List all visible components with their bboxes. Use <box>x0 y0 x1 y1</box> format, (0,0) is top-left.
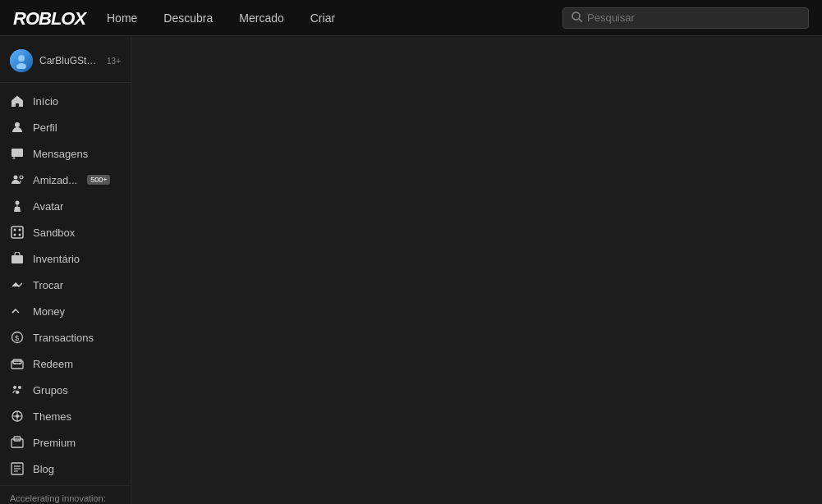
svg-text:$: $ <box>15 334 19 342</box>
svg-point-15 <box>19 234 21 236</box>
svg-line-2 <box>579 19 582 22</box>
svg-text:ROBLOX: ROBLOX <box>13 8 87 29</box>
search-input[interactable] <box>587 11 800 24</box>
svg-point-4 <box>16 63 26 69</box>
sidebar-item-money[interactable]: Money <box>0 298 131 324</box>
sidebar-label-trocar: Trocar <box>33 279 63 291</box>
sidebar-item-mensagens[interactable]: Mensagens <box>0 140 131 167</box>
logo[interactable]: ROBLOX <box>13 7 87 30</box>
sidebar-label-avatar: Avatar <box>33 200 63 213</box>
search-bar[interactable] <box>563 7 809 29</box>
svg-point-9 <box>16 201 20 205</box>
blog-entry-0-title: Accelerating innovation: How eight start… <box>10 493 117 504</box>
home-icon <box>10 94 25 108</box>
sidebar-item-inventario[interactable]: Inventário <box>0 245 131 272</box>
svg-point-12 <box>14 229 16 231</box>
nav-descubra[interactable]: Descubra <box>163 11 213 25</box>
sandbox-icon <box>10 225 25 240</box>
search-icon <box>572 11 582 25</box>
sidebar-label-mensagens: Mensagens <box>33 148 88 160</box>
nav-mercado[interactable]: Mercado <box>239 11 283 25</box>
sidebar-item-themes[interactable]: Themes <box>0 403 131 429</box>
top-navigation: ROBLOX Home Descubra Mercado Criar <box>0 0 822 36</box>
sidebar-label-inventario: Inventário <box>33 253 80 265</box>
svg-point-1 <box>572 12 580 20</box>
sidebar-item-sandbox[interactable]: Sandbox <box>0 219 131 245</box>
sidebar-item-premium[interactable]: Premium <box>0 429 131 456</box>
svg-rect-11 <box>11 227 23 238</box>
trade-icon <box>10 277 25 292</box>
avatar-icon <box>10 199 25 213</box>
sidebar-label-money: Money <box>33 305 65 318</box>
avatar <box>10 49 33 72</box>
age-badge: 13+ <box>107 57 121 66</box>
svg-point-5 <box>15 122 20 127</box>
main-content <box>131 36 822 504</box>
svg-point-24 <box>18 386 21 389</box>
sidebar-label-grupos: Grupos <box>33 384 68 396</box>
main-layout: CarBluGStu... 13+ Início Perfil Mensagen… <box>0 36 822 504</box>
nav-links: Home Descubra Mercado Criar <box>107 11 563 25</box>
sidebar-label-transactions: Transactions <box>33 332 94 344</box>
blog-section: Accelerating innovation: How eight start… <box>0 485 131 504</box>
transactions-icon: $ <box>10 330 25 345</box>
friends-badge: 500+ <box>87 175 110 185</box>
groups-icon <box>10 383 25 397</box>
sidebar-item-inicio[interactable]: Início <box>0 88 131 114</box>
sidebar-label-inicio: Início <box>33 95 58 108</box>
sidebar-item-redeem[interactable]: Redeem <box>0 351 131 377</box>
svg-point-13 <box>19 229 21 231</box>
svg-point-3 <box>18 55 25 62</box>
themes-icon <box>10 409 25 424</box>
sidebar-item-transactions[interactable]: $ Transactions <box>0 324 131 351</box>
sidebar-label-sandbox: Sandbox <box>33 227 75 239</box>
money-icon <box>10 304 25 318</box>
sidebar-item-perfil[interactable]: Perfil <box>0 114 131 140</box>
blog-icon <box>10 461 25 476</box>
user-profile-row[interactable]: CarBluGStu... 13+ <box>0 43 131 83</box>
messages-icon <box>10 146 25 161</box>
svg-point-7 <box>14 176 18 180</box>
svg-point-14 <box>14 234 16 236</box>
sidebar-label-themes: Themes <box>33 410 71 423</box>
friends-icon <box>10 172 25 187</box>
sidebar-item-blog[interactable]: Blog <box>0 456 131 482</box>
sidebar-item-grupos[interactable]: Grupos <box>0 377 131 403</box>
svg-point-21 <box>14 363 16 364</box>
svg-rect-16 <box>11 255 23 263</box>
premium-icon <box>10 435 25 450</box>
nav-home[interactable]: Home <box>107 11 137 25</box>
sidebar: CarBluGStu... 13+ Início Perfil Mensagen… <box>0 36 131 504</box>
svg-point-23 <box>13 386 16 389</box>
username: CarBluGStu... <box>39 55 99 66</box>
sidebar-item-trocar[interactable]: Trocar <box>0 272 131 298</box>
sidebar-label-premium: Premium <box>33 437 76 449</box>
redeem-icon <box>10 356 25 371</box>
svg-point-27 <box>16 415 19 418</box>
sidebar-item-avatar[interactable]: Avatar <box>0 193 131 219</box>
sidebar-label-perfil: Perfil <box>33 121 57 134</box>
blog-entry-0[interactable]: Accelerating innovation: How eight start… <box>10 493 121 504</box>
sidebar-label-redeem: Redeem <box>33 358 73 370</box>
avatar-image <box>10 49 33 72</box>
sidebar-item-amizades[interactable]: Amizad... 500+ <box>0 167 131 193</box>
svg-point-8 <box>20 176 23 179</box>
sidebar-label-blog: Blog <box>33 463 54 475</box>
nav-criar[interactable]: Criar <box>310 11 335 25</box>
sidebar-label-amizades: Amizad... <box>33 174 77 186</box>
svg-point-22 <box>19 363 21 364</box>
inventory-icon <box>10 251 25 266</box>
person-icon <box>10 120 25 135</box>
svg-rect-6 <box>11 149 23 157</box>
